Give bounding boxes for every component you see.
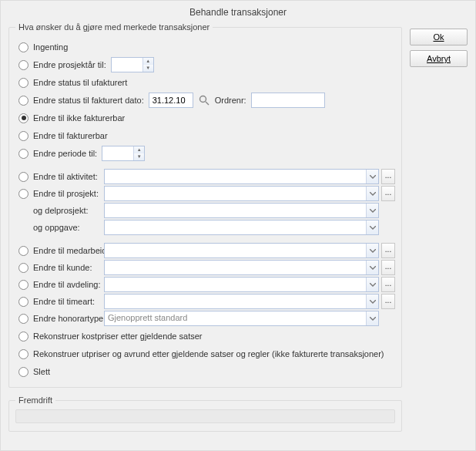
kunde-combo-text [105, 261, 366, 274]
ok-button[interactable]: Ok [410, 29, 468, 45]
oppgave-combo[interactable] [104, 220, 379, 235]
label-endre-aktivitet: Endre til aktivitet: [33, 172, 98, 181]
spin-up-icon[interactable]: ▲ [134, 146, 144, 153]
label-og-oppgave: og oppgave: [33, 223, 80, 232]
chevron-down-icon[interactable] [366, 294, 378, 308]
medarbeider-combo-text [105, 244, 366, 257]
chevron-down-icon[interactable] [366, 204, 378, 217]
prosjektar-spinner[interactable]: ▲ ▼ [111, 57, 154, 72]
oppgave-combo-text [105, 220, 366, 234]
chevron-down-icon[interactable] [366, 261, 378, 274]
radio-endre-honorartype[interactable] [18, 314, 28, 324]
chevron-down-icon[interactable] [366, 278, 378, 291]
medarbeider-browse-button[interactable]: ... [381, 243, 395, 258]
radio-status-ufakturert[interactable] [18, 78, 28, 88]
label-ingenting: Ingenting [33, 42, 68, 52]
avdeling-combo[interactable] [104, 277, 379, 292]
medarbeider-combo[interactable] [104, 243, 379, 258]
periode-spinner[interactable]: ▲ ▼ [102, 146, 145, 161]
search-icon[interactable] [198, 94, 210, 106]
label-status-ufakturert: Endre status til ufakturert [33, 78, 127, 87]
progress-legend: Fremdrift [15, 395, 55, 405]
chevron-down-icon[interactable] [366, 220, 378, 234]
prosjekt-combo[interactable] [104, 186, 379, 201]
radio-fakturerbar[interactable] [18, 131, 28, 141]
progress-bar [15, 409, 395, 423]
main-column: Hva ønsker du å gjøre med merkede transa… [8, 22, 402, 439]
honorartype-combo-text: Gjenopprett standard [105, 311, 366, 325]
prosjekt-browse-button[interactable]: ... [381, 186, 395, 201]
prosjektar-input[interactable] [112, 58, 142, 72]
delprosjekt-combo-text [105, 204, 366, 217]
options-legend: Hva ønsker du å gjøre med merkede transa… [15, 22, 213, 32]
dialog-title: Behandle transaksjoner [1, 1, 475, 22]
chevron-down-icon[interactable] [366, 311, 378, 325]
delprosjekt-combo[interactable] [104, 203, 379, 218]
aktivitet-browse-button[interactable]: ... [381, 169, 395, 184]
chevron-down-icon[interactable] [366, 244, 378, 257]
prosjekt-combo-text [105, 187, 366, 200]
cancel-button[interactable]: Avbryt [410, 50, 468, 67]
timeart-combo-text [105, 294, 366, 308]
spin-down-icon[interactable]: ▼ [134, 153, 144, 160]
label-endre-honorartype: Endre honorartype: [33, 314, 106, 323]
periode-input[interactable] [102, 146, 133, 160]
kunde-browse-button[interactable]: ... [381, 260, 395, 275]
svg-point-0 [199, 96, 206, 103]
label-endre-prosjekt: Endre til prosjekt: [33, 189, 99, 198]
dialog-window: Behandle transaksjoner Hva ønsker du å g… [0, 0, 476, 451]
label-og-delprosjekt: og delprosjekt: [33, 206, 89, 215]
kunde-combo[interactable] [104, 260, 379, 275]
aktivitet-combo[interactable] [104, 169, 379, 184]
label-fakturerbar: Endre til fakturerbar [33, 131, 108, 140]
ordrenr-input[interactable] [251, 93, 325, 108]
progress-group: Fremdrift [8, 395, 402, 432]
label-ordrenr: Ordrenr: [215, 96, 246, 105]
label-rekonstruer-kostpriser: Rekonstruer kostpriser etter gjeldende s… [33, 332, 203, 341]
label-endre-kunde: Endre til kunde: [33, 263, 92, 272]
dialog-content: Hva ønsker du å gjøre med merkede transa… [1, 22, 475, 447]
radio-endre-avdeling[interactable] [18, 280, 28, 290]
radio-ingenting[interactable] [18, 42, 28, 52]
label-endre-timeart: Endre til timeart: [33, 297, 95, 306]
radio-slett[interactable] [18, 367, 28, 377]
button-column: Ok Avbryt [410, 22, 468, 439]
spin-up-icon[interactable]: ▲ [143, 58, 153, 65]
fakturert-dato-input[interactable] [149, 93, 193, 108]
label-endre-avdeling: Endre til avdeling: [33, 280, 100, 289]
avdeling-combo-text [105, 278, 366, 291]
spin-down-icon[interactable]: ▼ [143, 65, 153, 72]
label-slett: Slett [33, 367, 50, 376]
svg-line-1 [206, 102, 209, 105]
radio-rekonstruer-utpriser[interactable] [18, 349, 28, 359]
radio-endre-prosjektar[interactable] [18, 60, 28, 70]
aktivitet-combo-text [105, 170, 366, 183]
timeart-combo[interactable] [104, 294, 379, 309]
chevron-down-icon[interactable] [366, 187, 378, 200]
honorartype-combo[interactable]: Gjenopprett standard [104, 311, 379, 326]
radio-ikke-fakturerbar[interactable] [18, 113, 28, 123]
radio-rekonstruer-kostpriser[interactable] [18, 332, 28, 342]
radio-endre-timeart[interactable] [18, 297, 28, 307]
radio-endre-prosjekt[interactable] [18, 189, 28, 199]
radio-status-fakturert-dato[interactable] [18, 96, 28, 106]
label-rekonstruer-utpriser: Rekonstruer utpriser og avrund etter gje… [33, 349, 384, 358]
options-group: Hva ønsker du å gjøre med merkede transa… [8, 22, 402, 388]
chevron-down-icon[interactable] [366, 170, 378, 183]
radio-endre-kunde[interactable] [18, 263, 28, 273]
radio-endre-periode[interactable] [18, 149, 28, 159]
radio-endre-aktivitet[interactable] [18, 172, 28, 182]
avdeling-browse-button[interactable]: ... [381, 277, 395, 292]
label-ikke-fakturerbar: Endre til ikke fakturerbar [33, 113, 125, 123]
label-endre-prosjektar: Endre prosjektår til: [33, 60, 106, 69]
label-endre-periode: Endre periode til: [33, 149, 97, 158]
timeart-browse-button[interactable]: ... [381, 294, 395, 309]
radio-endre-medarbeider[interactable] [18, 246, 28, 256]
label-status-fakturert-dato: Endre status til fakturert dato: [33, 96, 144, 105]
